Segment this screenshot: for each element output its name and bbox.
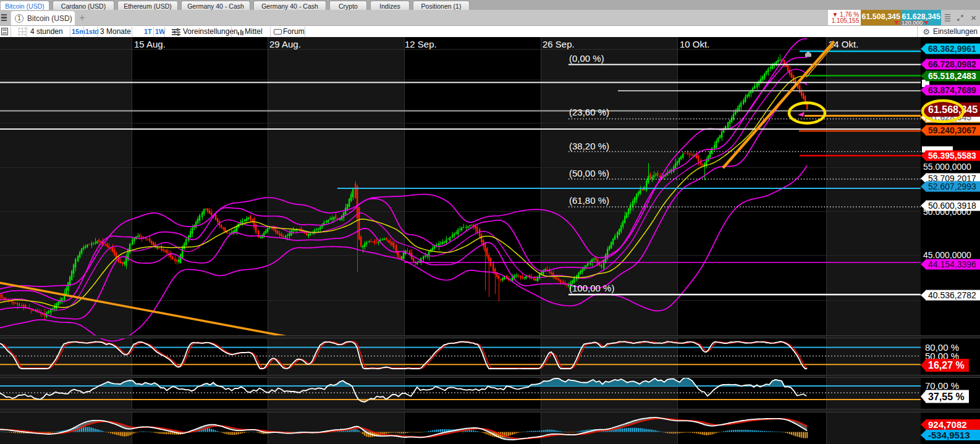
- svg-text:45.000,0000: 45.000,0000: [923, 250, 971, 260]
- svg-text:44.154,3396: 44.154,3396: [928, 259, 976, 269]
- svg-text:924,7082: 924,7082: [928, 419, 967, 430]
- svg-text:56.395,5583: 56.395,5583: [928, 151, 976, 161]
- svg-text:52.607,2993: 52.607,2993: [928, 182, 976, 191]
- svg-text:29 Aug.: 29 Aug.: [269, 39, 301, 49]
- svg-text:10 Okt.: 10 Okt.: [680, 39, 709, 49]
- svg-text:70,00 %: 70,00 %: [925, 380, 959, 391]
- svg-text:(61,80 %): (61,80 %): [569, 195, 609, 206]
- svg-text:68.362,9961: 68.362,9961: [928, 44, 976, 54]
- svg-text:16,27 %: 16,27 %: [928, 360, 965, 371]
- svg-text:66.728,0982: 66.728,0982: [928, 59, 976, 69]
- svg-text:40.536,2782: 40.536,2782: [928, 290, 976, 300]
- svg-text:(23,60 %): (23,60 %): [569, 107, 609, 117]
- svg-text:37,55 %: 37,55 %: [928, 392, 965, 402]
- svg-text:61.568,345: 61.568,345: [928, 104, 978, 115]
- svg-text:26 Sep.: 26 Sep.: [543, 39, 575, 49]
- svg-text:65.518,2483: 65.518,2483: [928, 71, 976, 81]
- svg-text:63.874,7689: 63.874,7689: [928, 85, 976, 95]
- svg-text:12 Sep.: 12 Sep.: [405, 39, 437, 49]
- svg-text:55.000,0000: 55.000,0000: [923, 162, 971, 172]
- svg-text:(100,00 %): (100,00 %): [569, 283, 614, 293]
- svg-text:(0,00 %): (0,00 %): [569, 53, 604, 64]
- svg-text:15 Aug.: 15 Aug.: [134, 39, 166, 49]
- svg-text:-534,9513: -534,9513: [928, 430, 970, 440]
- svg-text:59.240,3067: 59.240,3067: [928, 125, 976, 135]
- svg-text:(50,00 %): (50,00 %): [569, 168, 609, 178]
- svg-text:(38,20 %): (38,20 %): [569, 141, 609, 151]
- svg-text:50.600,3918: 50.600,3918: [928, 201, 976, 211]
